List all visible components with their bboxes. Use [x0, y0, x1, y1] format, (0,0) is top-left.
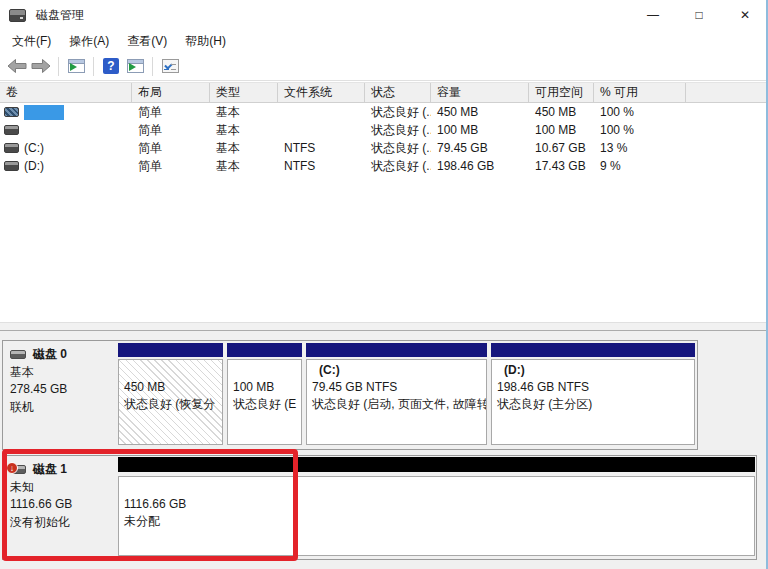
- cell-status: 状态良好 (...: [365, 104, 431, 121]
- partition-status: 状态良好 (恢复分: [119, 396, 222, 413]
- menu-action[interactable]: 操作(A): [60, 31, 118, 52]
- cell-pct-free: 100 %: [594, 123, 686, 137]
- volume-table-header: 卷 布局 类型 文件系统 状态 容量 可用空间 % 可用: [0, 82, 768, 103]
- disk-type: 基本: [10, 364, 67, 382]
- partition-recovery[interactable]: 450 MB 状态良好 (恢复分: [117, 342, 224, 448]
- column-header-filesystem[interactable]: 文件系统: [278, 83, 365, 102]
- column-header-filler: [686, 83, 768, 102]
- toolbar-separator: [58, 57, 59, 76]
- cell-free-space: 10.67 GB: [529, 141, 594, 155]
- cell-free-space: 100 MB: [529, 123, 594, 137]
- cell-layout: 简单: [132, 158, 210, 175]
- cell-pct-free: 100 %: [594, 105, 686, 119]
- cell-layout: 简单: [132, 104, 210, 121]
- annotation-red-rectangle: [2, 449, 298, 561]
- cell-pct-free: 9 %: [594, 159, 686, 173]
- cell-type: 基本: [210, 140, 278, 157]
- column-header-volume[interactable]: 卷: [0, 83, 132, 102]
- disk-status: 联机: [10, 399, 67, 417]
- cell-type: 基本: [210, 104, 278, 121]
- volume-icon: [4, 161, 19, 171]
- partition-name: (D:): [492, 362, 694, 379]
- cell-status: 状态良好 (...: [365, 122, 431, 139]
- partition-status: 状态良好 (主分区): [492, 396, 694, 413]
- column-header-type[interactable]: 类型: [210, 83, 278, 102]
- menu-help[interactable]: 帮助(H): [176, 31, 235, 52]
- cell-filesystem: NTFS: [278, 141, 365, 155]
- cell-status: 状态良好 (...: [365, 140, 431, 157]
- cell-volume-name: (C:): [24, 141, 44, 155]
- column-header-free-space[interactable]: 可用空间: [529, 83, 594, 102]
- window-controls: — □ ✕: [630, 0, 768, 30]
- partition-size: 100 MB: [228, 379, 301, 396]
- window-title: 磁盘管理: [36, 7, 84, 24]
- disk-0-label[interactable]: 磁盘 0 基本 278.45 GB 联机: [10, 346, 67, 416]
- cell-capacity: 100 MB: [431, 123, 529, 137]
- menubar: 文件(F) 操作(A) 查看(V) 帮助(H): [0, 30, 768, 52]
- cell-capacity: 198.46 GB: [431, 159, 529, 173]
- partition-efi[interactable]: 100 MB 状态良好 (E: [226, 342, 303, 448]
- forward-icon[interactable]: [29, 55, 53, 77]
- partition-name: [228, 362, 301, 379]
- cell-layout: 简单: [132, 140, 210, 157]
- partition-c[interactable]: (C:) 79.45 GB NTFS 状态良好 (启动, 页面文件, 故障转: [305, 342, 488, 448]
- disk-size: 278.45 GB: [10, 381, 67, 399]
- partition-size: 79.45 GB NTFS: [307, 379, 486, 396]
- properties-icon[interactable]: [158, 55, 182, 77]
- volume-icon: [4, 107, 19, 117]
- close-button[interactable]: ✕: [722, 0, 768, 30]
- partition-name: (C:): [307, 362, 486, 379]
- column-header-status[interactable]: 状态: [365, 83, 431, 102]
- minimize-button[interactable]: —: [630, 0, 676, 30]
- table-row[interactable]: 简单 基本 状态良好 (... 450 MB 450 MB 100 %: [0, 103, 768, 121]
- partition-status: 状态良好 (启动, 页面文件, 故障转: [307, 396, 486, 413]
- toolbar-separator: [152, 57, 153, 76]
- cell-pct-free: 13 %: [594, 141, 686, 155]
- titlebar: 磁盘管理 — □ ✕: [0, 0, 768, 30]
- partition-color-bar: [118, 343, 223, 357]
- maximize-button[interactable]: □: [676, 0, 722, 30]
- column-header-layout[interactable]: 布局: [132, 83, 210, 102]
- cell-free-space: 450 MB: [529, 105, 594, 119]
- cell-filesystem: NTFS: [278, 159, 365, 173]
- disk-icon: [10, 350, 26, 359]
- partition-color-bar: [306, 343, 487, 357]
- cell-type: 基本: [210, 122, 278, 139]
- partition-size: 198.46 GB NTFS: [492, 379, 694, 396]
- cell-layout: 简单: [132, 122, 210, 139]
- cell-volume-name: (D:): [24, 159, 44, 173]
- cell-free-space: 17.43 GB: [529, 159, 594, 173]
- partition-d[interactable]: (D:) 198.46 GB NTFS 状态良好 (主分区): [490, 342, 696, 448]
- back-icon[interactable]: [5, 55, 29, 77]
- table-row[interactable]: (C:) 简单 基本 NTFS 状态良好 (... 79.45 GB 10.67…: [0, 139, 768, 157]
- splitter-handle[interactable]: [0, 322, 768, 331]
- toolbar: ?: [0, 52, 768, 81]
- menu-view[interactable]: 查看(V): [118, 31, 176, 52]
- table-row[interactable]: (D:) 简单 基本 NTFS 状态良好 (... 198.46 GB 17.4…: [0, 157, 768, 175]
- volume-icon: [4, 125, 19, 135]
- cell-capacity: 450 MB: [431, 105, 529, 119]
- selection-highlight: [24, 105, 64, 120]
- table-row[interactable]: 简单 基本 状态良好 (... 100 MB 100 MB 100 %: [0, 121, 768, 139]
- partition-size: 450 MB: [119, 379, 222, 396]
- show-action-pane-icon[interactable]: [123, 55, 147, 77]
- show-console-tree-icon[interactable]: [64, 55, 88, 77]
- menu-file[interactable]: 文件(F): [3, 31, 60, 52]
- volume-icon: [4, 143, 19, 153]
- partition-name: [119, 362, 222, 379]
- disk-name: 磁盘 0: [33, 346, 67, 364]
- disk-management-window: 磁盘管理 — □ ✕ 文件(F) 操作(A) 查看(V) 帮助(H) ? 卷 布…: [0, 0, 768, 569]
- column-header-capacity[interactable]: 容量: [431, 83, 529, 102]
- cell-capacity: 79.45 GB: [431, 141, 529, 155]
- partition-status: 状态良好 (E: [228, 396, 301, 413]
- help-icon[interactable]: ?: [99, 55, 123, 77]
- cell-status: 状态良好 (...: [365, 158, 431, 175]
- column-header-pct-free[interactable]: % 可用: [594, 83, 686, 102]
- toolbar-separator: [93, 57, 94, 76]
- volume-table: 简单 基本 状态良好 (... 450 MB 450 MB 100 % 简单 基…: [0, 103, 768, 322]
- cell-type: 基本: [210, 158, 278, 175]
- partition-color-bar: [227, 343, 302, 357]
- disk-management-icon: [9, 9, 26, 22]
- partition-color-bar: [491, 343, 695, 357]
